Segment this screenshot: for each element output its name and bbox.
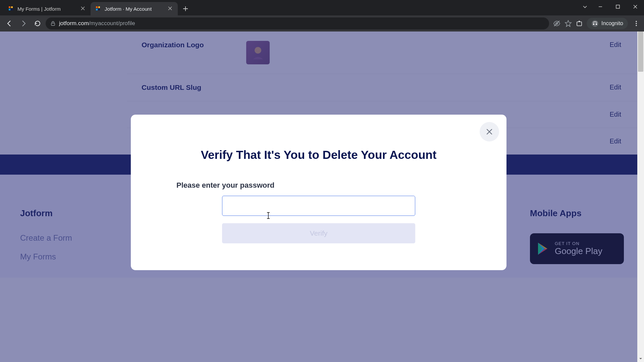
browser-chrome: My Forms | Jotform Jotform · My Account	[0, 0, 644, 32]
svg-point-16	[636, 21, 637, 22]
reload-button[interactable]	[32, 17, 44, 29]
svg-rect-0	[9, 6, 10, 8]
tab-2-active[interactable]: Jotform · My Account	[91, 2, 178, 15]
scrollbar[interactable]	[637, 32, 644, 362]
svg-rect-2	[9, 9, 10, 10]
svg-rect-12	[579, 21, 580, 22]
lock-icon	[50, 21, 56, 26]
maximize-button[interactable]	[609, 0, 627, 13]
svg-rect-5	[98, 6, 100, 8]
extensions-icon[interactable]	[576, 20, 583, 27]
text-cursor-icon	[266, 212, 270, 219]
svg-rect-4	[96, 6, 98, 8]
incognito-icon	[591, 20, 599, 27]
svg-point-13	[592, 20, 598, 27]
back-button[interactable]	[3, 17, 15, 29]
verify-button[interactable]: Verify	[222, 223, 415, 243]
close-icon[interactable]	[80, 6, 86, 11]
bookmark-icon[interactable]	[565, 20, 572, 27]
svg-rect-3	[11, 9, 13, 10]
modal-close-button[interactable]	[480, 122, 499, 141]
svg-point-17	[636, 23, 637, 24]
svg-point-18	[636, 25, 637, 26]
modal-subtitle: Please enter your password	[176, 181, 483, 190]
tab-1[interactable]: My Forms | Jotform	[3, 2, 91, 15]
tab-title: My Forms | Jotform	[17, 6, 77, 12]
url-input[interactable]: jotform.com/myaccount/profile	[46, 17, 549, 29]
scroll-down-icon[interactable]	[637, 355, 644, 362]
tab-title: Jotform · My Account	[105, 6, 164, 12]
svg-rect-6	[96, 9, 98, 10]
menu-icon[interactable]	[632, 20, 641, 26]
url-text: jotform.com/myaccount/profile	[59, 20, 135, 27]
minimize-button[interactable]	[592, 0, 609, 13]
eye-off-icon[interactable]	[553, 20, 560, 27]
address-bar: jotform.com/myaccount/profile Incognito	[0, 15, 644, 32]
new-tab-button[interactable]	[180, 3, 191, 14]
svg-rect-8	[616, 5, 620, 8]
forward-button[interactable]	[17, 17, 30, 29]
modal-title: Verify That It's You to Delete Your Acco…	[154, 148, 483, 162]
svg-rect-11	[577, 22, 582, 26]
incognito-label: Incognito	[601, 20, 623, 26]
svg-rect-1	[11, 6, 13, 8]
close-icon[interactable]	[168, 6, 173, 11]
verify-delete-modal: Verify That It's You to Delete Your Acco…	[131, 115, 506, 270]
close-icon	[486, 128, 493, 135]
tab-search-button[interactable]	[578, 4, 592, 9]
svg-point-15	[596, 23, 597, 25]
tab-bar: My Forms | Jotform Jotform · My Account	[0, 0, 644, 15]
jotform-favicon-icon	[8, 6, 14, 12]
password-input[interactable]	[222, 196, 415, 216]
svg-point-14	[593, 23, 594, 25]
scrollbar-thumb[interactable]	[638, 32, 643, 72]
window-close-button[interactable]	[627, 0, 644, 13]
window-controls	[578, 0, 644, 13]
incognito-badge[interactable]: Incognito	[587, 18, 628, 29]
svg-rect-9	[51, 23, 55, 25]
svg-rect-7	[98, 9, 100, 10]
modal-overlay[interactable]: Verify That It's You to Delete Your Acco…	[0, 32, 637, 362]
jotform-favicon-icon	[95, 6, 101, 12]
